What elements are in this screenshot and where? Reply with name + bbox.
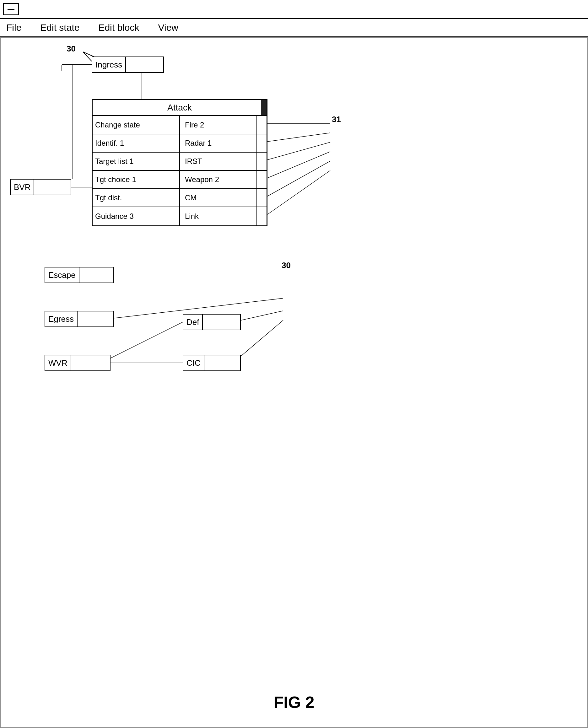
cm-connector	[256, 189, 267, 207]
bvr-block[interactable]: BVR	[10, 179, 71, 195]
attack-cell-change-state[interactable]: Change state	[92, 116, 180, 134]
menu-edit-block[interactable]: Edit block	[98, 22, 139, 33]
attack-row-2: Identif. 1 Radar 1	[92, 134, 267, 152]
svg-line-7	[268, 152, 330, 178]
bvr-connector	[34, 180, 45, 195]
egress-block[interactable]: Egress	[45, 311, 114, 327]
bvr-label: BVR	[11, 181, 34, 193]
cic-label: CIC	[183, 357, 204, 369]
attack-title: Attack	[167, 103, 192, 113]
attack-header-bar	[261, 100, 267, 115]
irst-connector	[256, 152, 267, 170]
svg-line-8	[268, 161, 330, 196]
ingress-label: Ingress	[92, 59, 125, 71]
wvr-connector	[71, 355, 82, 370]
weapon2-connector	[256, 171, 267, 188]
ingress-connector	[125, 57, 136, 72]
svg-line-6	[268, 142, 330, 160]
attack-row-1: Change state Fire 2	[92, 116, 267, 134]
svg-line-12	[101, 322, 183, 363]
attack-cell-link[interactable]: Link	[180, 207, 267, 225]
annotation-30-bottom: 30	[281, 261, 291, 270]
radar1-connector	[256, 134, 267, 152]
attack-cell-weapon2[interactable]: Weapon 2	[180, 171, 267, 188]
fire2-connector	[256, 116, 267, 134]
attack-row-5: Tgt dist. CM	[92, 189, 267, 207]
cic-block[interactable]: CIC	[183, 355, 241, 371]
egress-label: Egress	[45, 313, 77, 325]
cic-connector	[204, 355, 215, 370]
link-connector	[256, 207, 267, 225]
figure-label: FIG 2	[273, 693, 314, 712]
minimize-button[interactable]: —	[3, 3, 19, 15]
egress-connector	[77, 311, 88, 327]
annotation-31: 31	[332, 115, 341, 124]
attack-header: Attack	[92, 100, 267, 116]
def-block[interactable]: Def	[183, 314, 241, 330]
menu-bar: File Edit state Edit block View	[0, 19, 588, 37]
title-bar: —	[0, 0, 588, 19]
diagram-lines	[1, 38, 587, 727]
menu-view[interactable]: View	[158, 22, 178, 33]
svg-line-5	[268, 133, 330, 142]
svg-line-9	[268, 170, 330, 214]
escape-connector	[79, 268, 90, 283]
diagram-canvas: 30 Ingress Attack Change state Fire 2 Id…	[0, 37, 588, 728]
attack-cell-cm[interactable]: CM	[180, 189, 267, 207]
attack-row-6: Guidance 3 Link	[92, 207, 267, 225]
menu-file[interactable]: File	[6, 22, 21, 33]
attack-block[interactable]: Attack Change state Fire 2 Identif. 1 Ra…	[92, 99, 268, 226]
attack-cell-tgtchoice1[interactable]: Tgt choice 1	[92, 171, 180, 188]
attack-cell-identif1[interactable]: Identif. 1	[92, 134, 180, 152]
attack-row-3: Target list 1 IRST	[92, 152, 267, 171]
def-connector	[202, 315, 213, 330]
wvr-label: WVR	[45, 357, 71, 369]
attack-cell-guidance3[interactable]: Guidance 3	[92, 207, 180, 225]
minimize-icon: —	[7, 5, 15, 13]
attack-row-4: Tgt choice 1 Weapon 2	[92, 171, 267, 189]
wvr-block[interactable]: WVR	[45, 355, 110, 371]
def-label: Def	[183, 316, 202, 328]
attack-cell-irst[interactable]: IRST	[180, 152, 267, 170]
attack-cell-fire2[interactable]: Fire 2	[180, 116, 267, 134]
escape-block[interactable]: Escape	[45, 267, 114, 283]
attack-cell-targetlist1[interactable]: Target list 1	[92, 152, 180, 170]
menu-edit-state[interactable]: Edit state	[40, 22, 79, 33]
attack-cell-radar1[interactable]: Radar 1	[180, 134, 267, 152]
attack-cell-tgtdist[interactable]: Tgt dist.	[92, 189, 180, 207]
annotation-30-top: 30	[66, 44, 76, 54]
ingress-block[interactable]: Ingress	[92, 57, 164, 73]
escape-label: Escape	[45, 269, 79, 281]
svg-line-18	[83, 52, 92, 61]
